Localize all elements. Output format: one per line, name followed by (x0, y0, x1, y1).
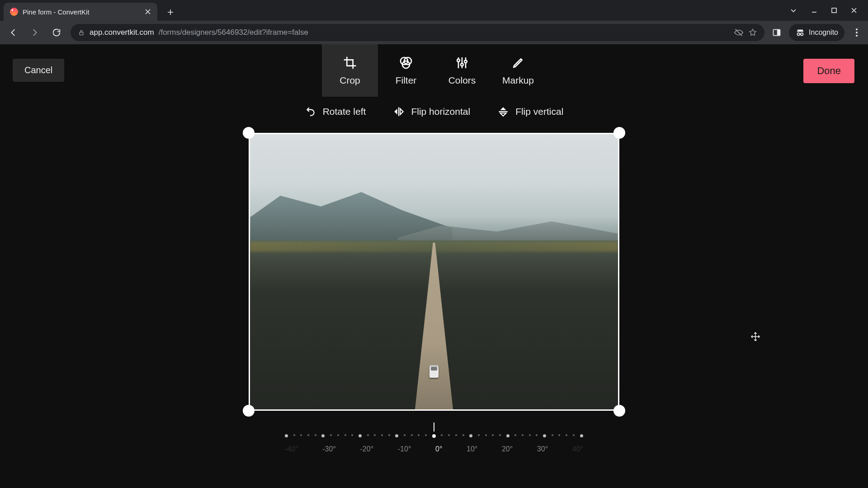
dial-tick (485, 434, 487, 436)
dial-tick (307, 434, 309, 436)
dial-tick (478, 434, 480, 436)
dial-tick (580, 434, 583, 437)
bookmark-star-icon[interactable] (748, 28, 757, 37)
tab-crop[interactable]: Crop (322, 44, 378, 97)
dial-tick (293, 434, 295, 436)
dial-tick (381, 434, 383, 436)
dial-tick (359, 434, 362, 437)
done-label: Done (817, 65, 841, 76)
dial-tick (492, 434, 494, 436)
incognito-chip[interactable]: Incognito (789, 24, 844, 41)
dial-track[interactable] (285, 434, 583, 441)
svg-rect-0 (832, 8, 836, 13)
minimize-icon[interactable] (811, 7, 817, 14)
crop-handle-bottom-left[interactable] (243, 405, 255, 417)
svg-rect-1 (80, 32, 83, 35)
dial-tick (536, 434, 538, 436)
reload-button[interactable] (49, 25, 64, 40)
tab-markup-label: Markup (502, 75, 534, 86)
maximize-icon[interactable] (831, 7, 837, 14)
dial-label: 10° (467, 445, 477, 453)
tab-filter[interactable]: Filter (378, 44, 434, 97)
tab-search-icon[interactable] (789, 6, 797, 14)
done-button[interactable]: Done (803, 59, 854, 83)
editor-top-row: Cancel Crop Filter Colors Markup Done (0, 44, 868, 97)
dial-tick (552, 434, 553, 436)
incognito-eye-icon[interactable] (734, 28, 744, 38)
dial-labels: -40°-30°-20°-10°0°10°20°30°40° (285, 445, 583, 453)
flip-vertical-button[interactable]: Flip vertical (497, 106, 563, 117)
omnibox[interactable]: app.convertkit.com/forms/designers/56469… (71, 24, 764, 41)
svg-point-14 (464, 60, 467, 63)
browser-tab[interactable]: Pine form - ConvertKit (4, 3, 157, 21)
kebab-menu-icon[interactable] (851, 27, 863, 38)
url-path: /forms/designers/5646932/edit?iframe=fal… (159, 28, 308, 37)
dial-tick (374, 434, 376, 436)
tab-markup[interactable]: Markup (490, 44, 546, 97)
tab-crop-label: Crop (340, 75, 360, 86)
svg-point-6 (856, 28, 858, 30)
new-tab-button[interactable] (164, 5, 177, 19)
crop-icon (342, 55, 358, 70)
dial-tick (558, 434, 560, 436)
browser-chrome: Pine form - ConvertKit app.convertkit.co… (0, 0, 868, 44)
dial-label: -30° (322, 445, 336, 453)
dial-tick (351, 434, 353, 436)
forward-button[interactable] (27, 25, 42, 40)
back-button[interactable] (5, 25, 21, 40)
close-window-icon[interactable] (851, 7, 857, 14)
rotation-dial[interactable]: -40°-30°-20°-10°0°10°20°30°40° (285, 422, 583, 453)
cancel-button[interactable]: Cancel (13, 59, 64, 82)
favicon-icon (10, 8, 18, 16)
tab-colors-label: Colors (448, 75, 476, 86)
crop-handle-bottom-right[interactable] (613, 405, 625, 417)
move-cursor-icon (750, 332, 760, 342)
rotate-left-icon (305, 106, 316, 117)
svg-rect-3 (777, 29, 780, 35)
svg-point-5 (801, 33, 803, 36)
dial-needle (434, 422, 434, 432)
dial-label: -40° (285, 445, 298, 453)
dial-tick (330, 434, 332, 436)
flip-horizontal-button[interactable]: Flip horizontal (393, 106, 470, 117)
crop-frame[interactable] (249, 133, 619, 411)
dial-tick (395, 434, 398, 437)
dial-tick (404, 434, 406, 436)
dial-tick (432, 434, 436, 438)
side-panel-icon[interactable] (771, 27, 783, 38)
flip-vertical-icon (497, 106, 509, 117)
crop-handle-top-right[interactable] (613, 127, 625, 139)
dial-tick (448, 434, 450, 436)
image-preview[interactable] (250, 134, 618, 409)
dial-tick (441, 434, 443, 436)
tab-bar: Pine form - ConvertKit (0, 0, 868, 21)
tab-colors[interactable]: Colors (434, 44, 490, 97)
dial-tick (367, 434, 369, 436)
cancel-label: Cancel (24, 65, 52, 75)
address-bar: app.convertkit.com/forms/designers/56469… (0, 21, 868, 44)
dial-label: 40° (572, 445, 583, 453)
window-controls (778, 0, 868, 21)
dial-label: 0° (435, 445, 442, 453)
crop-handle-top-left[interactable] (243, 127, 255, 139)
svg-point-8 (856, 35, 858, 37)
crop-canvas[interactable] (249, 133, 619, 411)
dial-tick (418, 434, 420, 436)
dial-tick (573, 434, 575, 436)
dial-tick (529, 434, 531, 436)
dial-label: -10° (398, 445, 411, 453)
filter-icon (398, 55, 414, 70)
svg-point-4 (797, 33, 800, 36)
dial-tick (388, 434, 390, 436)
close-tab-icon[interactable] (145, 9, 151, 15)
flip-horizontal-icon (393, 106, 405, 117)
dial-tick (543, 434, 546, 437)
svg-point-12 (457, 59, 460, 62)
rotate-left-label: Rotate left (323, 106, 366, 117)
svg-point-13 (461, 63, 463, 66)
svg-point-7 (856, 32, 858, 33)
rotate-left-button[interactable]: Rotate left (305, 106, 366, 117)
tab-title: Pine form - ConvertKit (23, 8, 140, 16)
flip-vertical-label: Flip vertical (515, 106, 563, 117)
pencil-icon (510, 55, 526, 70)
